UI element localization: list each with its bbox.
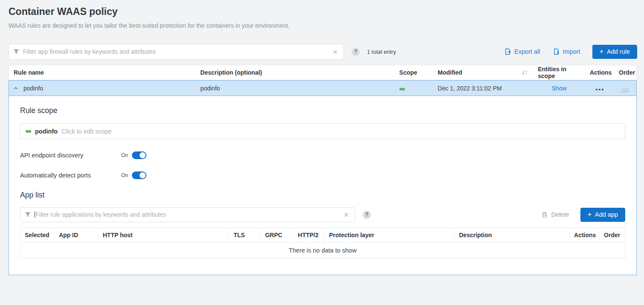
toggle-state: On	[121, 152, 128, 158]
clear-filter-button[interactable]	[342, 211, 350, 219]
chevron-up-icon[interactable]	[14, 87, 18, 90]
import-label: Import	[563, 48, 580, 55]
description-cell: podinfo	[195, 85, 394, 92]
clear-filter-button[interactable]	[331, 48, 339, 56]
col-description: Description (optional)	[195, 69, 394, 76]
export-all-label: Export all	[514, 48, 540, 55]
funnel-icon	[25, 212, 31, 218]
funnel-icon	[13, 49, 19, 55]
export-icon	[504, 48, 511, 55]
rules-filter-input[interactable]	[23, 48, 331, 55]
total-entries: 1 total entry	[367, 49, 396, 55]
delete-label: Delete	[551, 211, 569, 218]
rules-table-header: Rule name Description (optional) Scope M…	[9, 65, 637, 80]
rule-scope-heading: Rule scope	[20, 106, 625, 115]
rules-table: Rule name Description (optional) Scope M…	[9, 65, 637, 275]
col-protection-layer: Protection layer	[325, 228, 455, 242]
col-order: Order	[614, 69, 636, 76]
add-app-button[interactable]: + Add app	[580, 208, 625, 222]
col-selected: Selected	[20, 228, 55, 242]
toggle-state: On	[121, 172, 128, 178]
scope-placeholder: Click to edit scope	[61, 128, 112, 135]
collection-icon	[26, 130, 31, 133]
import-button[interactable]: Import	[553, 48, 580, 55]
app-list-toolbar: ? Delete + Add app	[20, 207, 625, 222]
col-grpc: GRPC	[261, 228, 294, 242]
close-icon	[333, 49, 338, 54]
add-app-label: Add app	[595, 211, 618, 218]
help-icon[interactable]: ?	[352, 48, 360, 56]
collection-icon	[399, 88, 405, 90]
col-app-id: App ID	[55, 228, 99, 242]
col-http-host: HTTP host	[99, 228, 230, 242]
col-actions: Actions	[570, 228, 600, 242]
col-order: Order	[600, 228, 625, 242]
app-list-heading: App list	[20, 191, 625, 200]
app-filter-input[interactable]	[35, 211, 342, 218]
page-subtitle: WAAS rules are designed to let you tailo…	[9, 22, 637, 29]
help-icon[interactable]: ?	[363, 211, 371, 219]
plus-icon: +	[588, 211, 592, 218]
auto-detect-ports-row: Automatically detect ports On	[20, 171, 625, 179]
drag-handle-icon[interactable]	[622, 89, 629, 92]
apps-table: Selected App ID HTTP host TLS GRPC HTTP/…	[20, 227, 625, 259]
col-entities-in-scope: Entities in scope	[533, 66, 585, 79]
col-http2: HTTP/2	[294, 228, 325, 242]
apps-table-header: Selected App ID HTTP host TLS GRPC HTTP/…	[20, 228, 625, 243]
app-filter-box[interactable]	[20, 207, 355, 222]
modified-cell: Dec 1, 2022 3:11:02 PM	[433, 85, 533, 92]
api-endpoint-discovery-toggle[interactable]	[132, 151, 146, 159]
col-actions: Actions	[585, 69, 614, 76]
col-scope: Scope	[395, 69, 433, 76]
expanded-rule: podinfo podinfo Dec 1, 2022 3:11:02 PM S…	[9, 80, 637, 275]
more-actions-icon[interactable]	[596, 89, 603, 90]
text-caret	[35, 211, 35, 218]
container-waas-policy-page: Container WAAS policy WAAS rules are des…	[0, 0, 644, 275]
empty-table-message: There is no data to show	[20, 243, 625, 258]
delete-button[interactable]: Delete	[542, 211, 569, 218]
plus-icon: +	[600, 48, 603, 55]
auto-detect-ports-label: Automatically detect ports	[20, 172, 121, 179]
rule-name-cell: podinfo	[23, 85, 43, 92]
col-rule-name: Rule name	[9, 69, 195, 76]
col-tls: TLS	[229, 228, 261, 242]
rule-details-panel: Rule scope podinfo Click to edit scope A…	[9, 96, 636, 275]
trash-icon	[542, 212, 548, 218]
page-title: Container WAAS policy	[9, 6, 637, 17]
rules-toolbar: ? 1 total entry Export all Import + Add …	[9, 44, 637, 60]
col-modified[interactable]: Modified	[433, 69, 533, 76]
auto-detect-ports-toggle[interactable]	[132, 171, 146, 179]
show-entities-button[interactable]: Show	[552, 85, 567, 92]
api-endpoint-discovery-label: API endpoint discovery	[20, 152, 121, 159]
sort-icon[interactable]	[521, 70, 528, 76]
rule-scope-field[interactable]: podinfo Click to edit scope	[20, 123, 625, 139]
export-all-button[interactable]: Export all	[504, 48, 540, 55]
table-row[interactable]: podinfo podinfo Dec 1, 2022 3:11:02 PM S…	[9, 81, 636, 96]
api-endpoint-discovery-row: API endpoint discovery On	[20, 151, 625, 159]
col-description: Description	[455, 228, 570, 242]
scope-value: podinfo	[35, 128, 58, 135]
rules-filter-box[interactable]	[9, 44, 344, 60]
add-rule-label: Add rule	[607, 48, 630, 55]
close-icon	[344, 212, 349, 217]
add-rule-button[interactable]: + Add rule	[592, 45, 637, 59]
import-icon	[553, 48, 560, 55]
